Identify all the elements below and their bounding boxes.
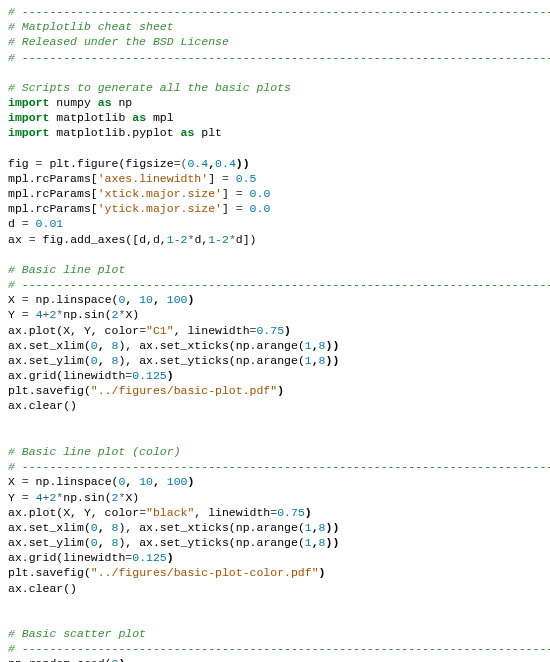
sec1-title: # Scripts to generate all the basic plot…: [8, 81, 291, 94]
basic-scatter-title: # Basic scatter plot: [8, 627, 146, 640]
basic-line-title: # Basic line plot: [8, 263, 125, 276]
header-l2: # Released under the BSD License: [8, 35, 229, 48]
header-rule: # --------------------------------------…: [8, 5, 550, 18]
import-kw: import: [8, 96, 49, 109]
code-block: # --------------------------------------…: [8, 4, 542, 662]
header-rule2: # --------------------------------------…: [8, 51, 550, 64]
basic-color-title: # Basic line plot (color): [8, 445, 181, 458]
header-l1: # Matplotlib cheat sheet: [8, 20, 174, 33]
